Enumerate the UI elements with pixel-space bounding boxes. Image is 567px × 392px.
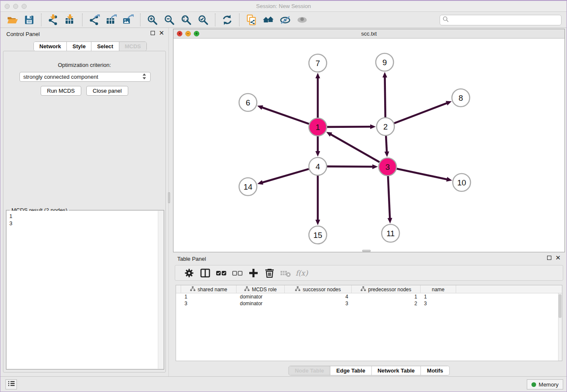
- import-table-icon[interactable]: [64, 14, 77, 26]
- export-table-icon[interactable]: [105, 14, 118, 26]
- column-header-shared-name[interactable]: shared name: [181, 285, 237, 293]
- export-network-icon[interactable]: [88, 14, 101, 26]
- column-header-name[interactable]: name: [421, 285, 456, 293]
- mcds-result-group: MCDS result (2 nodes) 13: [6, 210, 164, 370]
- close-panel-icon[interactable]: ✕: [159, 31, 164, 35]
- table-panel-title: Table Panel: [177, 256, 206, 262]
- node-label-8: 8: [459, 94, 463, 102]
- refresh-icon[interactable]: [221, 14, 234, 26]
- search-input[interactable]: [449, 17, 559, 23]
- split-panel-icon[interactable]: [199, 268, 211, 279]
- table-cell[interactable]: 1: [181, 293, 237, 300]
- edge-3-11[interactable]: [388, 176, 390, 219]
- tab-mcds[interactable]: MCDS: [119, 42, 146, 51]
- status-bar: Memory: [0, 376, 567, 392]
- edge-3-1[interactable]: [330, 134, 380, 162]
- tab-network[interactable]: Network: [34, 42, 67, 51]
- node-label-7: 7: [316, 59, 320, 68]
- table-float-icon[interactable]: [547, 256, 551, 260]
- node-table[interactable]: shared nameMCDS rolesuccessor nodesprede…: [176, 285, 562, 361]
- tab-network-table[interactable]: Network Table: [372, 366, 421, 375]
- open-session-icon[interactable]: [6, 14, 19, 26]
- clone-network-icon[interactable]: [245, 14, 258, 26]
- search-box[interactable]: [440, 15, 561, 25]
- column-header-MCDS-role[interactable]: MCDS role: [237, 285, 285, 293]
- network-canvas[interactable]: 7968124314101511: [173, 39, 564, 252]
- zoom-out-icon[interactable]: [163, 14, 176, 26]
- dropdown-chevrons-icon: [142, 73, 147, 81]
- table-settings-icon[interactable]: [183, 268, 195, 279]
- edge-2-9[interactable]: [385, 77, 385, 117]
- column-type-icon: [190, 286, 195, 293]
- table-row[interactable]: 3dominator323: [176, 300, 562, 307]
- memory-button[interactable]: Memory: [527, 379, 563, 389]
- edge-4-3[interactable]: [327, 166, 373, 167]
- function-builder-icon: f(x): [296, 268, 308, 279]
- table-row[interactable]: 1dominator411: [176, 293, 562, 300]
- float-panel-icon[interactable]: [151, 31, 155, 35]
- result-scrollbar[interactable]: [158, 211, 163, 369]
- import-network-icon[interactable]: [47, 14, 60, 26]
- node-label-3: 3: [385, 163, 390, 171]
- add-column-icon[interactable]: [248, 268, 259, 279]
- deselect-all-icon[interactable]: [231, 268, 243, 279]
- tab-node-table[interactable]: Node Table: [289, 366, 330, 375]
- task-history-button[interactable]: [6, 379, 17, 389]
- table-scrollbar[interactable]: [558, 293, 562, 361]
- table-cell[interactable]: 4: [285, 293, 352, 300]
- edge-1-6[interactable]: [261, 107, 309, 124]
- table-cell[interactable]: 3: [181, 300, 237, 307]
- arrowhead-1-7: [315, 73, 320, 78]
- table-cell[interactable]: 3: [421, 300, 456, 307]
- zoom-fit-icon[interactable]: [180, 14, 193, 26]
- table-cell[interactable]: 1: [421, 293, 456, 300]
- edge-4-14[interactable]: [262, 169, 309, 182]
- home-layout-icon[interactable]: [262, 14, 275, 26]
- edge-3-10[interactable]: [397, 169, 448, 179]
- toolbar-separator: [239, 14, 239, 26]
- toolbar-separator: [140, 14, 140, 26]
- node-label-14: 14: [243, 182, 253, 191]
- row-header-gutter: [176, 285, 181, 293]
- zoom-selected-icon[interactable]: [197, 14, 209, 26]
- table-toolbar: f(x): [175, 265, 563, 281]
- tab-motifs[interactable]: Motifs: [421, 366, 449, 375]
- edge-1-2[interactable]: [327, 127, 371, 127]
- show-details-icon[interactable]: [296, 14, 308, 26]
- select-all-icon[interactable]: [215, 268, 227, 279]
- delete-table-icon: [280, 268, 292, 279]
- vertical-splitter-handle[interactable]: [168, 192, 170, 203]
- horizontal-splitter-handle[interactable]: [362, 250, 371, 252]
- arrowhead-3-11: [388, 218, 392, 224]
- toolbar-separator: [82, 14, 83, 26]
- zoom-in-icon[interactable]: [146, 14, 159, 26]
- close-panel-button[interactable]: Close panel: [86, 86, 128, 96]
- table-cell[interactable]: 1: [352, 293, 421, 300]
- save-session-icon[interactable]: [23, 14, 36, 26]
- table-cell[interactable]: 3: [285, 300, 352, 307]
- mcds-result-line: 1: [9, 213, 161, 220]
- network-window-titlebar[interactable]: × − + scc.txt: [173, 29, 564, 39]
- arrowhead-1-6: [257, 105, 263, 110]
- network-view-window: × − + scc.txt 7968124314101511: [173, 29, 565, 252]
- column-header-predecessor-nodes[interactable]: predecessor nodes: [352, 285, 421, 293]
- delete-column-icon[interactable]: [264, 268, 275, 279]
- hide-details-icon[interactable]: [279, 14, 292, 26]
- table-cell[interactable]: dominator: [237, 293, 285, 300]
- app-window: Session: New Session Control Panel ✕ Net…: [0, 0, 567, 392]
- export-image-icon[interactable]: [122, 14, 135, 26]
- control-panel: Control Panel ✕ NetworkStyleSelectMCDS O…: [0, 28, 169, 378]
- column-header-successor-nodes[interactable]: successor nodes: [285, 285, 352, 293]
- tab-edge-table[interactable]: Edge Table: [330, 366, 372, 375]
- criterion-dropdown[interactable]: strongly connected component: [19, 72, 151, 82]
- run-mcds-button[interactable]: Run MCDS: [41, 86, 81, 96]
- table-close-icon[interactable]: ✕: [555, 256, 561, 260]
- table-cell[interactable]: 2: [352, 300, 421, 307]
- tab-style[interactable]: Style: [67, 42, 91, 51]
- table-cell[interactable]: dominator: [237, 300, 285, 307]
- mcds-result-area[interactable]: 13: [7, 211, 163, 369]
- edge-2-8[interactable]: [394, 103, 448, 123]
- edge-2-3[interactable]: [386, 136, 387, 152]
- criterion-value: strongly connected component: [23, 74, 98, 80]
- tab-select[interactable]: Select: [91, 42, 119, 51]
